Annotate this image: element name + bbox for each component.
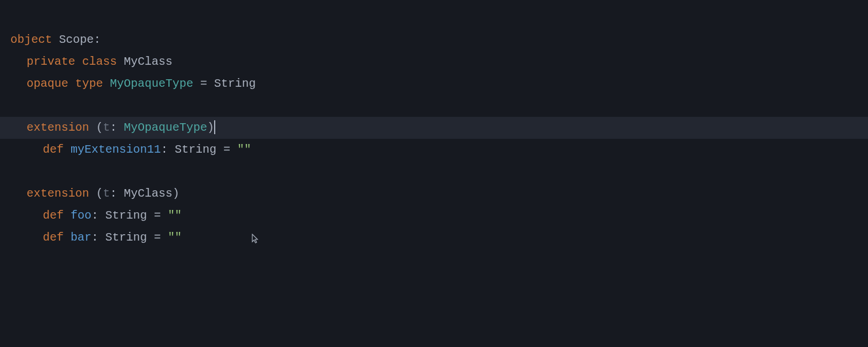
equals: =: [147, 231, 168, 244]
keyword-def: def: [43, 143, 64, 156]
type-string: String: [105, 209, 147, 222]
method-myextension11: myExtension11: [71, 143, 161, 156]
type-string: String: [214, 77, 256, 90]
equals: =: [147, 209, 168, 222]
method-bar: bar: [71, 231, 91, 244]
code-line[interactable]: opaque type MyOpaqueType = String: [0, 73, 868, 95]
type-string: String: [105, 231, 147, 244]
lparen: (: [89, 121, 103, 134]
equals: =: [216, 143, 237, 156]
string-literal: "": [168, 209, 182, 222]
colon: :: [161, 143, 175, 156]
code-line[interactable]: def myExtension11: String = "": [0, 139, 868, 161]
colon: :: [94, 33, 101, 46]
code-line[interactable]: def bar: String = "": [0, 227, 868, 249]
param-t: t: [103, 121, 110, 134]
code-line[interactable]: private class MyClass: [0, 51, 868, 73]
code-line[interactable]: def foo: String = "": [0, 205, 868, 227]
keyword-extension: extension: [27, 187, 89, 200]
method-foo: foo: [71, 209, 91, 222]
code-line-blank[interactable]: [0, 95, 868, 117]
rparen: ): [172, 187, 179, 200]
type-string: String: [175, 143, 216, 156]
text-cursor: [214, 120, 215, 134]
keyword-def: def: [43, 231, 64, 244]
string-literal: "": [168, 231, 182, 244]
param-t: t: [103, 187, 110, 200]
identifier-scope: Scope: [59, 33, 94, 46]
code-line-active[interactable]: extension (t: MyOpaqueType): [0, 117, 868, 139]
keyword-def: def: [43, 209, 64, 222]
code-line-blank[interactable]: [0, 161, 868, 183]
keyword-type: type: [75, 77, 103, 90]
keyword-private: private: [27, 55, 75, 68]
colon: :: [91, 231, 105, 244]
keyword-class: class: [82, 55, 117, 68]
string-literal: "": [237, 143, 251, 156]
type-myclass: MyClass: [124, 187, 172, 200]
colon: :: [91, 209, 105, 222]
keyword-object: object: [10, 33, 52, 46]
code-editor[interactable]: object Scope: private class MyClass opaq…: [0, 0, 868, 249]
rparen: ): [207, 121, 214, 134]
code-line[interactable]: extension (t: MyClass): [0, 183, 868, 205]
keyword-opaque: opaque: [27, 77, 68, 90]
colon: :: [110, 121, 124, 134]
lparen: (: [89, 187, 103, 200]
equals: =: [193, 77, 214, 90]
code-line[interactable]: object Scope:: [0, 29, 868, 51]
type-myopaquetype: MyOpaqueType: [110, 77, 193, 90]
keyword-extension: extension: [27, 121, 89, 134]
identifier-myclass: MyClass: [124, 55, 172, 68]
colon: :: [110, 187, 124, 200]
type-myopaquetype: MyOpaqueType: [124, 121, 207, 134]
